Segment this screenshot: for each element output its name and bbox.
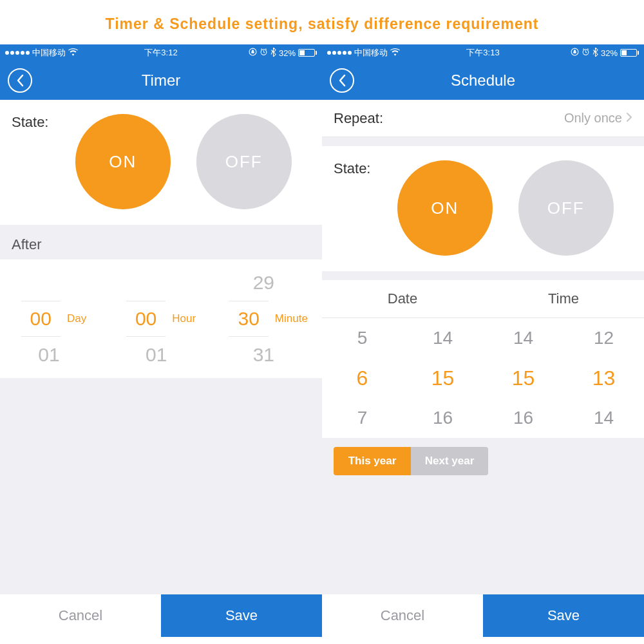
- cancel-button[interactable]: Cancel: [0, 594, 161, 637]
- marketing-banner: Timer & Schedule setting, satisfy differ…: [0, 0, 644, 44]
- state-on-button[interactable]: ON: [397, 160, 493, 256]
- after-picker[interactable]: . 00Day 01. . 00Hour 01. 29. 30Minute 31…: [0, 260, 322, 378]
- battery-pct: 32%: [279, 48, 296, 58]
- next-year-button[interactable]: Next year: [411, 447, 488, 475]
- nav-bar: Schedule: [322, 61, 644, 100]
- after-header: After: [0, 225, 322, 260]
- nav-title: Schedule: [451, 71, 515, 90]
- battery-icon: [298, 49, 317, 57]
- picker-month-column[interactable]: 5 6 7: [322, 318, 402, 438]
- phone-schedule: 中国移动 下午3:13 32%: [322, 44, 644, 637]
- repeat-label: Repeat:: [334, 110, 383, 127]
- state-on-button[interactable]: ON: [75, 114, 171, 209]
- save-button[interactable]: Save: [161, 594, 322, 637]
- repeat-value: Only once: [564, 111, 622, 126]
- signal-dots-icon: [5, 51, 30, 55]
- date-time-header: Date Time: [322, 280, 644, 318]
- picker-minute-column[interactable]: 12 13 14: [564, 318, 644, 438]
- picker-hour-column[interactable]: 14 15 16: [483, 318, 564, 438]
- bottom-bar: Cancel Save: [322, 594, 644, 637]
- year-segment: This year Next year: [334, 447, 488, 475]
- status-bar: 中国移动 下午3:12 32%: [0, 44, 322, 61]
- time-header-label: Time: [483, 280, 644, 317]
- state-row: State: ON OFF: [0, 100, 322, 225]
- chevron-right-icon: [626, 111, 632, 126]
- bottom-bar: Cancel Save: [0, 594, 322, 637]
- phone-timer: 中国移动 下午3:12 32%: [0, 44, 322, 637]
- state-row: State: ON OFF: [322, 146, 644, 271]
- back-button[interactable]: [330, 68, 354, 93]
- nav-title: Timer: [142, 71, 180, 90]
- wifi-icon: [68, 48, 78, 58]
- save-button[interactable]: Save: [483, 594, 644, 637]
- state-off-button[interactable]: OFF: [196, 114, 292, 209]
- state-label: State:: [12, 108, 48, 131]
- state-off-button[interactable]: OFF: [518, 160, 614, 256]
- wifi-icon: [390, 48, 400, 58]
- status-time: 下午3:13: [466, 47, 499, 59]
- orientation-lock-icon: [571, 48, 579, 58]
- picker-day-column[interactable]: . 00Day 01.: [0, 265, 108, 373]
- carrier-label: 中国移动: [32, 47, 66, 59]
- bluetooth-icon: [270, 48, 276, 59]
- cancel-button[interactable]: Cancel: [322, 594, 483, 637]
- this-year-button[interactable]: This year: [334, 447, 411, 475]
- alarm-icon: [260, 48, 268, 58]
- status-time: 下午3:12: [144, 47, 177, 59]
- repeat-row[interactable]: Repeat: Only once: [322, 100, 644, 137]
- orientation-lock-icon: [249, 48, 257, 58]
- alarm-icon: [582, 48, 590, 58]
- state-label: State:: [334, 154, 370, 177]
- nav-bar: Timer: [0, 61, 322, 100]
- date-header-label: Date: [322, 280, 483, 317]
- battery-icon: [620, 49, 639, 57]
- battery-pct: 32%: [601, 48, 618, 58]
- datetime-picker[interactable]: 5 6 7 14 15 16 14 15 16 12 13 14: [322, 318, 644, 438]
- bluetooth-icon: [592, 48, 598, 59]
- picker-hour-column[interactable]: . 00Hour 01.: [108, 265, 215, 373]
- picker-day-column[interactable]: 14 15 16: [402, 318, 483, 438]
- back-button[interactable]: [8, 68, 32, 93]
- signal-dots-icon: [327, 51, 352, 55]
- status-bar: 中国移动 下午3:13 32%: [322, 44, 644, 61]
- picker-minute-column[interactable]: 29. 30Minute 31.: [214, 265, 322, 373]
- carrier-label: 中国移动: [354, 47, 388, 59]
